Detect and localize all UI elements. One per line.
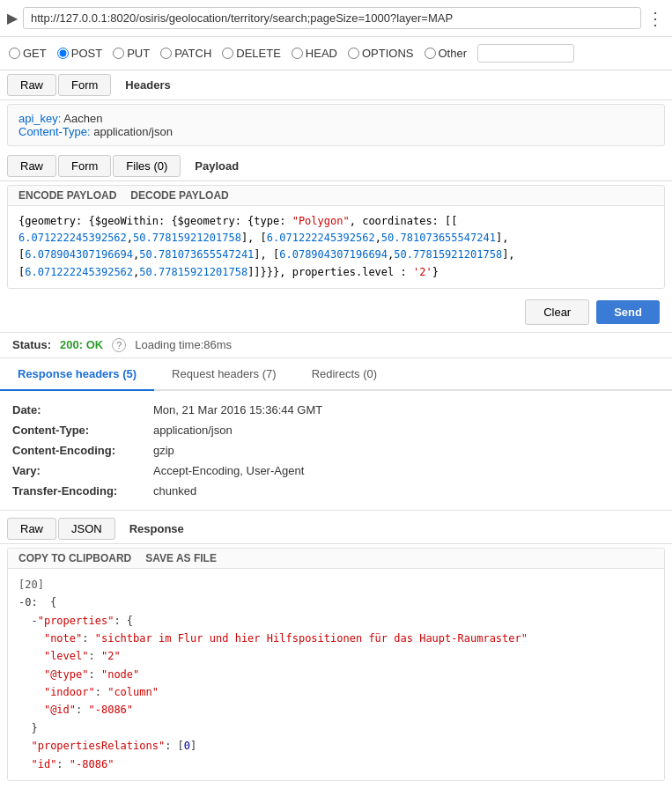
save-as-file-button[interactable]: SAVE AS FILE: [145, 552, 217, 564]
response-tabs: Response headers (5) Request headers (7)…: [0, 358, 672, 391]
response-body-content: [20] -0: { -"properties": { "note": "sic…: [8, 569, 664, 780]
resp-header-vary: Vary: Accept-Encoding, User-Agent: [12, 461, 660, 481]
other-method-input[interactable]: [477, 44, 574, 63]
resp-header-date: Date: Mon, 21 Mar 2016 15:36:44 GMT: [12, 400, 660, 420]
response-body-tab-bar: Raw JSON Response: [0, 514, 672, 544]
request-tab-bar: Raw Form Headers: [0, 70, 672, 100]
tab-headers-active: Headers: [113, 75, 182, 95]
tab-form[interactable]: Form: [58, 74, 111, 96]
more-options-icon[interactable]: ⋮: [646, 8, 665, 29]
response-headers-section: Date: Mon, 21 Mar 2016 15:36:44 GMT Cont…: [0, 391, 672, 511]
resp-header-transfer-encoding: Transfer-Encoding: chunked: [12, 481, 660, 501]
header-content-type: Content-Type: application/json: [18, 125, 654, 138]
method-get[interactable]: GET: [9, 47, 47, 60]
chevron-right-icon[interactable]: ▶: [7, 10, 18, 26]
status-row: Status: 200: OK ? Loading time:86ms: [0, 332, 672, 358]
tab-payload-files[interactable]: Files (0): [113, 155, 181, 177]
payload-tab-bar: Raw Form Files (0) Payload: [0, 151, 672, 181]
tab-response-headers[interactable]: Response headers (5): [0, 358, 154, 391]
payload-toolbar: ENCODE PAYLOAD DECODE PAYLOAD: [8, 186, 664, 206]
url-bar: ▶ ⋮: [0, 0, 672, 37]
tab-redirects[interactable]: Redirects (0): [294, 358, 395, 391]
resp-header-content-type: Content-Type: application/json: [12, 420, 660, 440]
header-api-key: api_key: Aachen: [18, 112, 654, 125]
help-icon[interactable]: ?: [112, 338, 126, 352]
tab-response-json[interactable]: JSON: [58, 518, 115, 540]
response-body-area: COPY TO CLIPBOARD SAVE AS FILE [20] -0: …: [7, 548, 665, 781]
response-body-toolbar: COPY TO CLIPBOARD SAVE AS FILE: [8, 549, 664, 569]
method-row: GET POST PUT PATCH DELETE HEAD OPTIONS O…: [0, 37, 672, 70]
clear-button[interactable]: Clear: [525, 299, 589, 325]
method-options[interactable]: OPTIONS: [348, 47, 414, 60]
encode-payload-button[interactable]: ENCODE PAYLOAD: [18, 189, 116, 202]
headers-area: api_key: Aachen Content-Type: applicatio…: [7, 104, 665, 146]
status-code: 200: OK: [60, 338, 103, 351]
action-row: Clear Send: [0, 292, 672, 332]
payload-content[interactable]: {geometry: {$geoWithin: {$geometry: {typ…: [8, 206, 664, 288]
loading-time: Loading time:86ms: [135, 338, 232, 351]
url-input[interactable]: [23, 7, 641, 29]
send-button[interactable]: Send: [596, 300, 660, 324]
tab-response-raw[interactable]: Raw: [7, 518, 56, 540]
copy-to-clipboard-button[interactable]: COPY TO CLIPBOARD: [18, 552, 131, 564]
method-delete[interactable]: DELETE: [222, 47, 281, 60]
status-label: Status:: [12, 338, 51, 351]
tab-payload-active: Payload: [182, 156, 251, 176]
method-put[interactable]: PUT: [113, 47, 150, 60]
method-other[interactable]: Other: [425, 47, 468, 60]
tab-payload-raw[interactable]: Raw: [7, 155, 56, 177]
tab-request-headers[interactable]: Request headers (7): [154, 358, 294, 391]
payload-area: ENCODE PAYLOAD DECODE PAYLOAD {geometry:…: [7, 185, 665, 289]
tab-response-active: Response: [117, 519, 196, 539]
method-post[interactable]: POST: [57, 47, 102, 60]
tab-raw[interactable]: Raw: [7, 74, 56, 96]
resp-header-content-encoding: Content-Encoding: gzip: [12, 440, 660, 461]
decode-payload-button[interactable]: DECODE PAYLOAD: [130, 189, 228, 202]
tab-payload-form[interactable]: Form: [58, 155, 111, 177]
method-head[interactable]: HEAD: [292, 47, 337, 60]
method-patch[interactable]: PATCH: [160, 47, 211, 60]
